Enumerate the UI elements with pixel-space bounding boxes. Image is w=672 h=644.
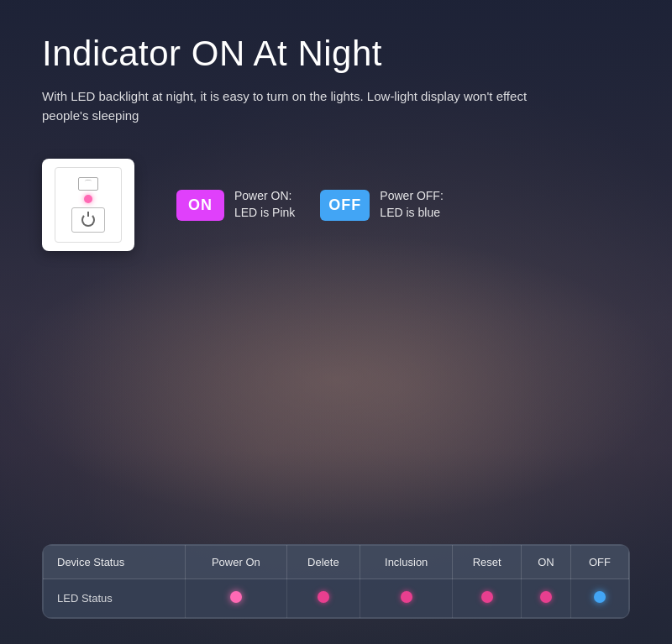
switch-button [71,207,105,233]
switch-top-icon: ⌒ [78,177,98,191]
led-dot-off [594,591,606,603]
badge-group: ON Power ON: LED is Pink OFF Power OFF: … [176,188,444,221]
led-power-on [186,579,286,618]
led-off [570,579,628,618]
on-line1: Power ON: [234,188,295,205]
col-on: ON [522,546,571,579]
led-status-label: LED Status [44,579,186,618]
col-device-status: Device Status [44,546,186,579]
col-power-on: Power On [186,546,286,579]
col-off: OFF [570,546,628,579]
main-content: Indicator ON At Night With LED backlight… [0,0,672,310]
page-subtitle: With LED backlight at night, it is easy … [42,87,529,125]
led-dot-on [540,591,552,603]
off-badge-label: Power OFF: LED is blue [380,188,443,221]
on-badge-item: ON Power ON: LED is Pink [176,188,295,221]
switch-inner: ⌒ [55,167,122,243]
led-status-table: Device Status Power On Delete Inclusion … [43,545,629,618]
switch-device: ⌒ [42,159,134,251]
led-dot-delete [318,591,329,603]
led-on [522,579,571,618]
led-inclusion [360,579,453,618]
table-container: Device Status Power On Delete Inclusion … [42,544,630,619]
on-badge-label: Power ON: LED is Pink [234,188,295,221]
off-badge: OFF [320,190,370,221]
wifi-icon: ⌒ [84,178,92,190]
power-symbol-icon [81,213,95,227]
led-dot-inclusion [401,591,412,603]
off-badge-item: OFF Power OFF: LED is blue [320,188,443,221]
table-row: LED Status [44,579,629,618]
off-line1: Power OFF: [380,188,443,205]
col-inclusion: Inclusion [360,546,453,579]
on-line2: LED is Pink [234,205,295,222]
table-section: Device Status Power On Delete Inclusion … [42,544,630,619]
table-header-row: Device Status Power On Delete Inclusion … [44,546,629,579]
col-reset: Reset [453,546,522,579]
led-dot-reset [481,591,493,603]
power-led-indicator [84,195,92,203]
led-reset [453,579,522,618]
col-delete: Delete [286,546,360,579]
led-delete [286,579,360,618]
on-badge: ON [176,190,224,221]
off-line2: LED is blue [380,205,443,222]
page-title: Indicator ON At Night [42,34,630,74]
indicator-row: ⌒ ON Power ON: LED is Pink OFF Power [42,159,630,251]
led-dot-power-on [230,591,242,603]
